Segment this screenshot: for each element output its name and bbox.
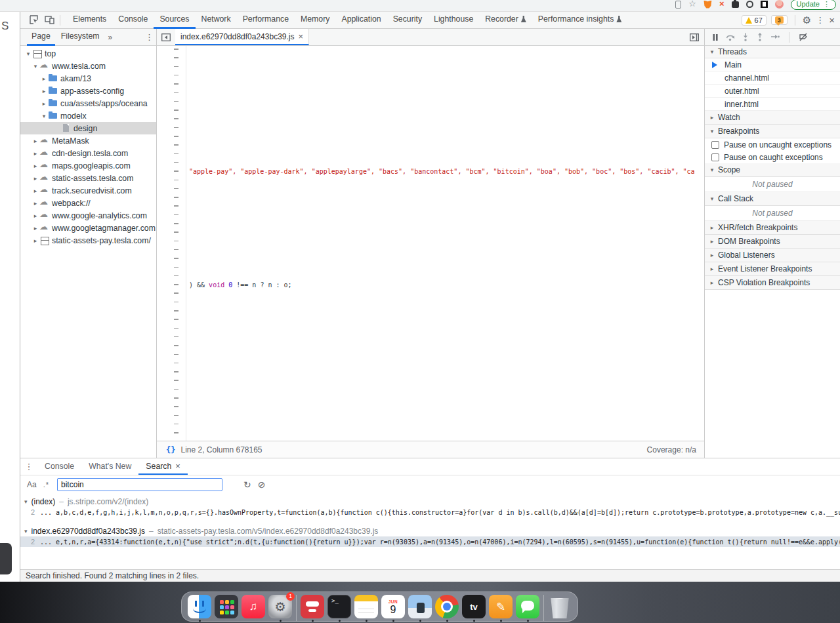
- dock-icon[interactable]: [548, 595, 572, 618]
- tree-item[interactable]: MetaMask: [20, 134, 156, 147]
- drawer-menu-icon[interactable]: ⋮: [20, 458, 37, 475]
- tree-item[interactable]: webpack://: [20, 197, 156, 209]
- disclosure-arrow-icon[interactable]: [40, 88, 48, 94]
- settings-gear-icon[interactable]: ⚙: [803, 15, 811, 26]
- disclosure-arrow-icon[interactable]: [32, 188, 39, 194]
- disclosure-arrow-icon[interactable]: [32, 138, 39, 144]
- disclosure-arrow-icon[interactable]: [32, 150, 39, 157]
- bookmark-star-icon[interactable]: ☆: [688, 1, 696, 7]
- app-icon[interactable]: [516, 595, 539, 618]
- result-group-header[interactable]: ▾ (index) – js.stripe.com/v2/(index): [20, 496, 840, 507]
- result-group-header[interactable]: ▾ index.e62970dd8df0a243bc39.js – static…: [20, 526, 840, 536]
- dock-icon[interactable]: tv: [462, 595, 486, 622]
- close-tab-icon[interactable]: ×: [298, 31, 303, 41]
- threads-section-header[interactable]: Threads: [705, 46, 840, 58]
- step-over-icon[interactable]: [726, 33, 735, 41]
- app-icon[interactable]: [296, 595, 297, 621]
- tree-item[interactable]: akam/13: [20, 72, 156, 85]
- navigator-tab[interactable]: Page: [27, 29, 55, 46]
- disclosure-arrow-icon[interactable]: [32, 175, 39, 182]
- editor-tab[interactable]: index.e62970dd8df0a243bc39.js ×: [175, 29, 309, 45]
- devtools-tab[interactable]: Memory: [295, 12, 335, 29]
- app-icon[interactable]: [301, 595, 324, 618]
- more-options-icon[interactable]: ⋮: [816, 15, 824, 25]
- inspect-element-icon[interactable]: [26, 12, 41, 28]
- app-icon[interactable]: [543, 595, 544, 621]
- match-case-button[interactable]: Aa: [27, 480, 37, 489]
- step-icon[interactable]: [770, 33, 780, 41]
- step-out-icon[interactable]: [756, 33, 764, 41]
- disclosure-arrow-icon[interactable]: [40, 100, 48, 107]
- close-tab-icon[interactable]: [175, 461, 180, 471]
- app-icon[interactable]: [548, 595, 572, 618]
- app-icon[interactable]: [188, 595, 211, 618]
- thread-item[interactable]: outer.html: [705, 85, 840, 98]
- disclosure-arrow-icon[interactable]: [32, 237, 39, 244]
- navigator-tab[interactable]: Filesystem: [56, 29, 104, 46]
- drawer-tab[interactable]: What's New: [81, 458, 138, 475]
- call-stack-section-header[interactable]: Call Stack: [705, 192, 840, 206]
- devtools-tab[interactable]: Console: [112, 12, 154, 29]
- app-icon[interactable]: [215, 595, 238, 618]
- dock-icon[interactable]: [301, 595, 324, 622]
- devtools-tab[interactable]: Network: [196, 12, 237, 29]
- devtools-tab[interactable]: Recorder: [479, 12, 532, 29]
- clear-search-icon[interactable]: ⊘: [258, 480, 266, 489]
- dock-icon[interactable]: [188, 595, 211, 622]
- breakpoint-section-header[interactable]: DOM Breakpoints: [705, 235, 840, 249]
- metamask-extension-icon[interactable]: [704, 1, 712, 9]
- app-icon[interactable]: JUN 9: [381, 595, 405, 618]
- extensions-puzzle-icon[interactable]: [732, 1, 739, 8]
- breakpoint-section-header[interactable]: XHR/fetch Breakpoints: [705, 221, 840, 235]
- profile-avatar[interactable]: [775, 0, 784, 9]
- devtools-tab[interactable]: Lighthouse: [428, 12, 479, 29]
- drawer-tab[interactable]: Search: [138, 458, 188, 475]
- more-tabs-icon[interactable]: »: [108, 33, 112, 42]
- disclosure-arrow-icon[interactable]: [24, 50, 32, 57]
- devtools-tab[interactable]: Security: [387, 12, 428, 29]
- app-icon[interactable]: 1 ⚙: [268, 595, 292, 618]
- dock-icon[interactable]: [354, 595, 378, 622]
- toggle-debugger-sidebar-icon[interactable]: [684, 29, 704, 45]
- disclosure-arrow-icon[interactable]: [40, 75, 48, 82]
- tree-item[interactable]: static-assets-pay.tesla.com/: [20, 234, 156, 247]
- breakpoint-section-header[interactable]: Global Listeners: [705, 249, 840, 262]
- breakpoints-section-header[interactable]: Breakpoints: [705, 125, 840, 138]
- toggle-navigator-icon[interactable]: [157, 29, 175, 45]
- warnings-badge[interactable]: 67: [742, 15, 766, 26]
- tree-item[interactable]: modelx: [20, 110, 156, 122]
- breakpoint-section-header[interactable]: Event Listener Breakpoints: [705, 262, 840, 276]
- thread-item[interactable]: channel.html: [705, 71, 840, 85]
- pause-exceptions-checkbox[interactable]: [711, 141, 719, 149]
- search-match-row-selected[interactable]: 2 ... e,t,n,r,a={43314:function(e,t,n){"…: [20, 536, 840, 547]
- app-icon[interactable]: ✎: [489, 595, 513, 618]
- search-input[interactable]: [57, 478, 222, 491]
- disclosure-arrow-icon[interactable]: [40, 113, 48, 119]
- tree-item[interactable]: app-assets-config: [20, 85, 156, 97]
- tree-item[interactable]: cua/assets/apps/oceana: [20, 97, 156, 110]
- disclosure-arrow-icon[interactable]: [32, 225, 39, 231]
- devtools-tab[interactable]: Sources: [154, 12, 195, 29]
- tree-item[interactable]: cdn-design.tesla.com: [20, 147, 156, 159]
- dock-icon[interactable]: 1 ⚙: [268, 595, 292, 622]
- pretty-print-icon[interactable]: {}: [166, 445, 175, 454]
- app-icon[interactable]: >_: [327, 595, 351, 618]
- tree-item[interactable]: top: [20, 47, 156, 60]
- tree-item[interactable]: www.tesla.com: [20, 60, 156, 72]
- pause-exceptions-checkbox[interactable]: [711, 153, 719, 161]
- dock-icon[interactable]: [516, 595, 539, 622]
- regex-button[interactable]: .*: [43, 481, 49, 489]
- app-icon[interactable]: tv: [462, 595, 486, 618]
- app-icon[interactable]: [354, 595, 378, 618]
- breakpoint-section-header[interactable]: CSP Violation Breakpoints: [705, 276, 840, 290]
- tree-item[interactable]: track.securedvisit.com: [20, 184, 156, 197]
- dock-icon[interactable]: >_: [327, 595, 351, 622]
- devtools-tab[interactable]: Elements: [67, 12, 112, 29]
- scope-section-header[interactable]: Scope: [705, 163, 840, 177]
- watch-section-header[interactable]: Watch: [705, 111, 840, 125]
- close-devtools-icon[interactable]: ×: [829, 14, 835, 26]
- extension-square-icon[interactable]: [761, 1, 768, 8]
- deactivate-breakpoints-icon[interactable]: [799, 33, 808, 41]
- thread-item[interactable]: Main: [705, 58, 840, 71]
- code-editor[interactable]: "apple-pay", "apple-pay-dark", "applepay…: [157, 46, 704, 441]
